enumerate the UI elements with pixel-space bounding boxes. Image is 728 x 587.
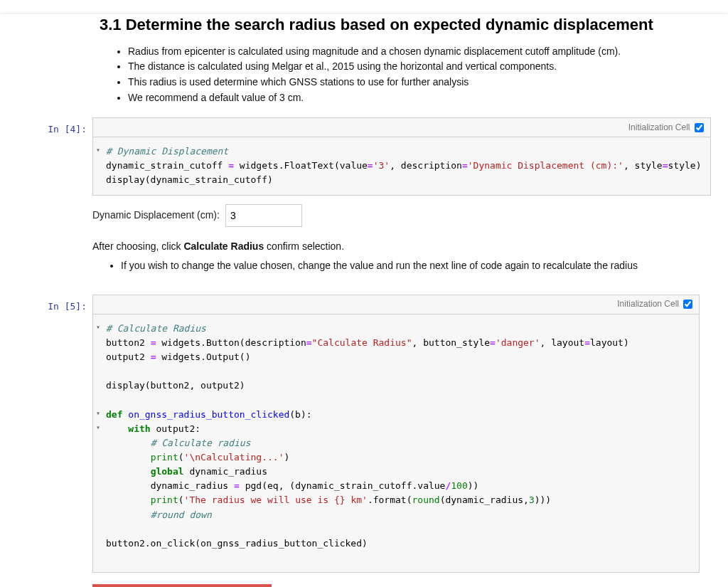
code-op: =	[306, 337, 312, 348]
code-text: style)	[668, 160, 702, 171]
calculate-radius-button[interactable]: Calculate Radius	[92, 584, 272, 587]
code-text: )))	[535, 495, 551, 505]
code-str: 'danger'	[496, 337, 540, 348]
instruction-bullet: If you wish to change the value chosen, …	[121, 259, 711, 273]
code-op: =	[234, 480, 240, 491]
code-text: display(button2, output2)	[106, 380, 245, 391]
code-indent	[106, 480, 151, 491]
code-block[interactable]: ▾# Dynamic Displacement dynamic_strain_c…	[93, 137, 710, 194]
code-kw: global	[151, 466, 184, 477]
code-cell: In [5]: Initialization Cell ▾# Calculate…	[28, 295, 700, 587]
instruction-text: After choosing, click Calculate Radius c…	[92, 240, 711, 254]
code-op: =	[368, 160, 373, 171]
code-text: pgd(eq, (dynamic_strain_cutoff.value	[240, 480, 446, 491]
code-op: =	[228, 160, 234, 171]
code-text: (	[178, 452, 184, 462]
code-indent	[106, 438, 151, 448]
code-text: , layout	[540, 337, 585, 348]
fold-arrow-icon: ▾	[96, 322, 100, 333]
widget-label: Dynamic Displacement (cm):	[92, 208, 220, 223]
cell-prompt: In [5]:	[28, 295, 92, 587]
code-text: widgets.FloatText(value	[234, 160, 368, 171]
cell-prompt: In [4]:	[28, 117, 92, 283]
init-cell-checkbox[interactable]	[683, 300, 692, 309]
code-comment: # Calculate Radius	[106, 323, 206, 334]
code-comment: # Dynamic Displacement	[106, 146, 228, 157]
init-cell-checkbox[interactable]	[695, 123, 704, 132]
init-cell-label: Initialization Cell	[628, 122, 690, 134]
code-builtin: round	[412, 495, 440, 505]
code-text: output2:	[151, 423, 200, 434]
code-indent	[106, 452, 151, 462]
text-span: confirm selection.	[264, 240, 344, 252]
code-text: ))	[468, 480, 479, 491]
code-comment: #round down	[151, 509, 212, 520]
code-text: dynamic_radius	[151, 480, 234, 491]
init-cell-label: Initialization Cell	[617, 298, 679, 310]
code-input-area[interactable]: Initialization Cell ▾# Calculate Radius …	[92, 295, 700, 573]
text-bold: Calculate Radius	[183, 240, 264, 252]
intro-list: Radius from epicenter is calculated usin…	[114, 45, 700, 105]
float-text-widget: Dynamic Displacement (cm):	[92, 204, 711, 227]
code-comment: # Calculate radius	[151, 438, 251, 448]
code-num: 3	[529, 495, 535, 505]
code-text: layout)	[590, 337, 629, 348]
code-input-area[interactable]: Initialization Cell ▾# Dynamic Displacem…	[92, 117, 711, 195]
code-text: dynamic_radius	[184, 466, 267, 477]
code-text: widgets.Button(description	[156, 337, 306, 348]
code-str: '3'	[373, 160, 390, 171]
code-text: )	[284, 452, 289, 462]
fold-arrow-icon: ▾	[96, 144, 100, 156]
code-text: (dynamic_radius,	[440, 495, 529, 505]
code-op: =	[462, 160, 468, 171]
section-title: 3.1 Determine the search radius based on…	[100, 14, 700, 36]
fold-arrow-icon: ▾	[96, 422, 100, 433]
code-text: (b):	[289, 409, 311, 420]
code-op: =	[663, 160, 668, 171]
code-text: output2	[106, 351, 151, 362]
code-indent	[106, 423, 128, 434]
code-text: dynamic_strain_cutoff	[106, 160, 228, 171]
code-text: button2.on_click(on_gnss_radius_button_c…	[106, 538, 368, 549]
code-str: 'Dynamic Displacement (cm):'	[468, 160, 623, 171]
instruction-sublist: If you wish to change the value chosen, …	[107, 259, 711, 273]
intro-bullet: We recommend a default value of 3 cm.	[128, 91, 700, 105]
code-text: , style	[623, 160, 663, 171]
code-indent	[106, 466, 151, 477]
code-text: , description	[390, 160, 462, 171]
code-op: =	[584, 337, 590, 348]
code-kw: def	[106, 409, 122, 420]
code-func: on_gnss_radius_button_clicked	[122, 409, 289, 420]
fold-arrow-icon: ▾	[96, 408, 100, 419]
code-indent	[106, 495, 151, 505]
text-span: After choosing, click	[92, 240, 183, 252]
intro-bullet: This radius is used determine which GNSS…	[128, 75, 700, 90]
code-cell: In [4]: Initialization Cell ▾# Dynamic D…	[28, 117, 700, 283]
dynamic-displacement-input[interactable]	[225, 204, 302, 227]
code-text: display(dynamic_strain_cutoff)	[106, 174, 273, 185]
code-str: "Calculate Radius"	[312, 337, 412, 348]
code-builtin: print	[151, 452, 178, 462]
cell-toolbar: Initialization Cell	[93, 295, 699, 314]
code-builtin: print	[151, 495, 178, 505]
code-kw: with	[128, 423, 150, 434]
code-op: =	[490, 337, 496, 348]
code-text: button2	[106, 337, 151, 348]
intro-bullet: Radius from epicenter is calculated usin…	[128, 45, 700, 59]
code-text: (	[178, 495, 184, 505]
code-text: , button_style	[412, 337, 491, 348]
code-num: 100	[451, 480, 467, 491]
code-text: .format(	[368, 495, 412, 505]
cell-toolbar: Initialization Cell	[93, 118, 710, 137]
code-str: 'The radius we will use is {} km'	[184, 495, 368, 505]
code-str: '\nCalculating...'	[184, 452, 284, 462]
code-text: widgets.Output()	[156, 351, 250, 362]
code-block[interactable]: ▾# Calculate Radius button2 = widgets.Bu…	[93, 314, 699, 572]
intro-bullet: The distance is calculated using Melgar …	[128, 60, 700, 74]
code-indent	[106, 509, 151, 520]
